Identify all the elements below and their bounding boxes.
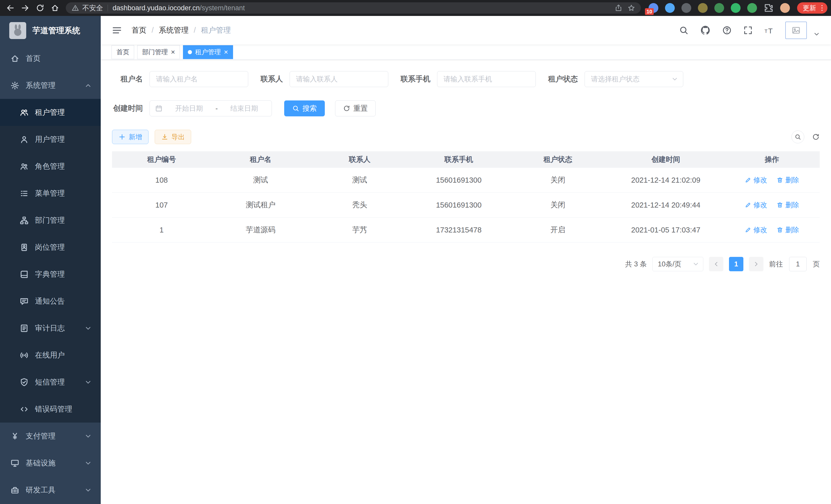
sidebar-item[interactable]: 错误码管理	[0, 395, 101, 422]
sidebar-item-label: 研发工具	[26, 485, 56, 495]
tab-close-icon[interactable]: ×	[171, 49, 175, 56]
delete-button[interactable]: 删除	[776, 175, 799, 185]
kebab-menu-icon[interactable]	[818, 4, 826, 12]
help-icon[interactable]	[722, 25, 732, 35]
page-size-select[interactable]: 10条/页	[652, 257, 703, 271]
sidebar-item[interactable]: 菜单管理	[0, 180, 101, 207]
avatar-caret-icon[interactable]	[813, 31, 820, 38]
edit-icon	[745, 227, 751, 233]
phone-input[interactable]	[437, 71, 536, 87]
profile-avatar[interactable]	[780, 3, 790, 13]
edit-button[interactable]: 修改	[745, 175, 767, 185]
tab[interactable]: 部门管理×	[137, 45, 180, 59]
browser-home-button[interactable]	[48, 1, 62, 14]
extension-icon-6[interactable]	[731, 3, 741, 13]
refresh-icon	[343, 105, 350, 112]
sidebar-item[interactable]: 基础设施	[0, 449, 101, 476]
extension-icon-7[interactable]	[747, 3, 757, 13]
column-header: 联系人	[310, 151, 409, 168]
prev-page-button[interactable]	[709, 257, 723, 271]
svg-text:T: T	[765, 28, 768, 34]
filter-create-time: 创建时间 开始日期 - 结束日期	[112, 100, 272, 116]
sidebar-item[interactable]: 短信管理	[0, 368, 101, 395]
extension-icon-1[interactable]: 10	[649, 3, 658, 13]
sidebar-item[interactable]: 在线用户	[0, 342, 101, 368]
tenant-name-input[interactable]	[149, 71, 248, 87]
filter-row-1: 租户名 联系人 联系手机 租户状态 请选择租户状态	[112, 71, 820, 87]
extension-icon-2[interactable]	[665, 3, 675, 13]
font-size-icon[interactable]: TT	[764, 25, 774, 35]
search-icon[interactable]	[679, 25, 689, 35]
url-text[interactable]: dashboard.yudao.iocoder.cn/system/tenant	[113, 4, 610, 12]
reset-button-label: 重置	[353, 103, 368, 113]
search-button[interactable]: 搜索	[284, 100, 325, 116]
address-bar[interactable]: 不安全 dashboard.yudao.iocoder.cn/system/te…	[66, 2, 641, 13]
sidebar-item[interactable]: 系统管理	[0, 72, 101, 99]
calendar-icon	[155, 105, 163, 112]
next-page-button[interactable]	[749, 257, 764, 271]
puzzle-icon[interactable]	[764, 3, 773, 13]
security-label[interactable]: 不安全	[82, 3, 103, 12]
page-number-button[interactable]: 1	[729, 257, 743, 271]
sidebar-item[interactable]: 字典管理	[0, 261, 101, 288]
sidebar-item[interactable]: 岗位管理	[0, 234, 101, 261]
breadcrumb-item[interactable]: 首页	[132, 25, 146, 35]
tab[interactable]: 首页	[112, 45, 134, 59]
log-icon	[20, 324, 29, 333]
sidebar-item[interactable]: 用户管理	[0, 126, 101, 153]
extension-icon-3[interactable]	[682, 3, 691, 13]
sidebar-item[interactable]: 审计日志	[0, 315, 101, 342]
sidebar-item[interactable]: 角色管理	[0, 153, 101, 180]
edit-button[interactable]: 修改	[745, 200, 767, 210]
export-button[interactable]: 导出	[155, 130, 191, 144]
tab[interactable]: 租户管理×	[183, 45, 233, 59]
add-button[interactable]: 新增	[112, 130, 148, 144]
bookmark-star-icon[interactable]	[628, 4, 635, 12]
table-cell: 1	[112, 217, 211, 242]
reset-button[interactable]: 重置	[335, 100, 376, 116]
sidebar-item[interactable]: 部门管理	[0, 207, 101, 234]
download-icon	[161, 133, 168, 141]
content: 租户名 联系人 联系手机 租户状态 请选择租户状态	[101, 60, 831, 504]
sidebar-item[interactable]: 通知公告	[0, 288, 101, 315]
tenant-status-select[interactable]: 请选择租户状态	[584, 71, 683, 87]
user-avatar[interactable]	[785, 22, 807, 39]
home-icon	[51, 4, 59, 12]
app-logo[interactable]: 芋道管理系统	[0, 16, 101, 45]
edit-button[interactable]: 修改	[745, 225, 767, 235]
forward-button[interactable]	[19, 1, 32, 14]
sidebar-item-label: 通知公告	[35, 296, 65, 306]
date-range-picker[interactable]: 开始日期 - 结束日期	[149, 100, 272, 116]
tab-close-icon[interactable]: ×	[224, 49, 228, 56]
extension-icon-4[interactable]	[698, 3, 708, 13]
sidebar-item-label: 角色管理	[35, 161, 65, 172]
table-cell: 测试	[211, 168, 310, 192]
goto-page-input[interactable]	[789, 257, 807, 271]
sidebar-item[interactable]: 首页	[0, 45, 101, 72]
sidebar-item-label: 租户管理	[35, 108, 65, 118]
back-button[interactable]	[4, 1, 17, 14]
reload-button[interactable]	[33, 1, 47, 14]
sidebar-item[interactable]: 研发工具	[0, 476, 101, 503]
share-icon[interactable]	[614, 4, 622, 12]
breadcrumb-item[interactable]: 系统管理	[159, 25, 189, 35]
contact-input[interactable]	[290, 71, 388, 87]
fullscreen-icon[interactable]	[743, 25, 753, 35]
sidebar-item[interactable]: 支付管理	[0, 422, 101, 449]
chevron-up-icon	[84, 82, 92, 89]
hamburger-icon[interactable]	[112, 25, 122, 36]
update-button[interactable]: 更新	[797, 2, 827, 13]
sidebar: 芋道管理系统 首页系统管理租户管理用户管理角色管理菜单管理部门管理岗位管理字典管…	[0, 16, 101, 504]
delete-button[interactable]: 删除	[776, 225, 799, 235]
omnibox-divider	[108, 5, 108, 11]
sidebar-item-label: 在线用户	[35, 350, 65, 360]
extension-icon-5[interactable]	[714, 3, 724, 13]
sidebar-item-label: 岗位管理	[35, 242, 65, 253]
github-icon[interactable]	[700, 25, 711, 36]
toggle-search-button[interactable]	[792, 130, 804, 143]
delete-button[interactable]: 删除	[776, 200, 799, 210]
plus-icon	[118, 133, 126, 141]
refresh-table-button[interactable]	[812, 133, 820, 141]
sidebar-item[interactable]: 租户管理	[0, 99, 101, 126]
role-icon	[20, 162, 29, 171]
